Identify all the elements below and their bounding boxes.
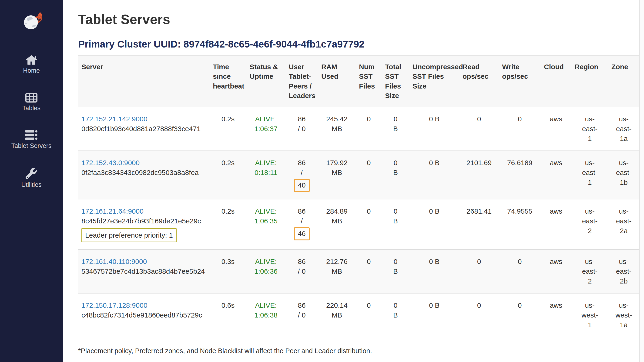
ram-used-cell: 220.14 MB: [318, 293, 356, 337]
sidebar-item-utilities[interactable]: Utilities: [21, 168, 42, 189]
num-sst-files-cell: 0: [356, 151, 382, 199]
status-uptime-cell: ALIVE: 1:06:36: [246, 250, 286, 293]
yugabyte-logo[interactable]: [18, 12, 45, 32]
status-uptime-cell: ALIVE: 1:06:35: [246, 199, 286, 250]
cluster-uuid-heading: Primary Cluster UUID: 8974f842-8c65-4e6f…: [78, 39, 639, 50]
server-cell: 172.161.40.110:9000 53467572be7c4d13b3ac…: [78, 250, 210, 293]
uncompressed-sst-size-cell: 0 B: [409, 107, 459, 151]
server-uuid: 53467572be7c4d13b3ac88d4b7ee5b24: [82, 266, 206, 276]
uncompressed-sst-size-cell: 0 B: [409, 151, 459, 199]
cloud-cell: aws: [541, 151, 572, 199]
read-ops-cell: 0: [459, 293, 499, 337]
col-header-uncompressed-sst: Uncompressed SST Files Size: [409, 56, 459, 107]
total-sst-size-cell: 0 B: [382, 199, 409, 250]
region-value: us-east-1: [581, 158, 599, 187]
server-uuid: 0f2faa3c834343c0982dc9503a8a8fea: [82, 168, 206, 177]
sidebar-item-tables[interactable]: Tables: [22, 92, 40, 112]
peers-count: 86: [289, 300, 315, 310]
tablet-servers-table: Server Time since heartbeat Status & Upt…: [78, 55, 639, 337]
sidebar-item-home[interactable]: Home: [23, 55, 40, 74]
tablet-servers-icon: [25, 130, 38, 140]
uptime-text: 1:06:36: [250, 266, 282, 276]
col-header-region: Region: [572, 56, 608, 107]
total-sst-size-cell: 0 B: [382, 250, 409, 293]
main-content: Tablet Servers Primary Cluster UUID: 897…: [63, 0, 639, 362]
vertical-scrollbar[interactable]: [639, 0, 644, 362]
num-sst-files-cell: 0: [356, 107, 382, 151]
table-row: 172.161.40.110:9000 53467572be7c4d13b3ac…: [78, 250, 639, 293]
uptime-text: 0:18:11: [250, 168, 282, 177]
tablet-peers-leaders-cell: 86 / 40: [286, 151, 318, 199]
col-header-status: Status & Uptime: [246, 56, 286, 107]
uptime-text: 1:06:38: [250, 310, 282, 320]
server-uuid: 8c45fd27e3e24b7b93f169de21e5e29c: [82, 216, 206, 226]
col-header-write-ops: Write ops/sec: [499, 56, 541, 107]
region-value: us-west-1: [581, 300, 599, 330]
tablet-peers-leaders-cell: 86 / 0: [286, 250, 318, 293]
leaders-separator: / 0: [289, 310, 315, 320]
zone-value: us-east-2b: [615, 257, 632, 286]
read-ops-cell: 2101.69: [459, 151, 499, 199]
tablet-servers-tbody: 172.152.21.142:9000 0d820cf1b93c40d881a2…: [78, 107, 639, 337]
region-value: us-east-1: [581, 114, 599, 143]
num-sst-files-cell: 0: [356, 293, 382, 337]
zone-cell: us-east-1a: [608, 107, 639, 151]
cloud-cell: aws: [541, 250, 572, 293]
uncompressed-sst-size-cell: 0 B: [409, 250, 459, 293]
leaders-separator: /: [289, 168, 315, 177]
placement-footnote: *Placement policy, Preferred zones, and …: [78, 347, 639, 355]
tablet-peers-leaders-cell: 86 / 0: [286, 107, 318, 151]
server-address-link[interactable]: 172.161.40.110:9000: [82, 257, 147, 266]
tablet-peers-leaders-cell: 86 / 0: [286, 293, 318, 337]
sidebar-item-label: Tablet Servers: [12, 142, 52, 149]
sidebar-item-label: Tables: [22, 105, 40, 112]
server-address-link[interactable]: 172.152.21.142:9000: [82, 114, 148, 124]
zone-cell: us-east-2a: [608, 199, 639, 250]
server-address-link[interactable]: 172.150.17.128:9000: [82, 300, 148, 310]
write-ops-cell: 74.9555: [499, 199, 541, 250]
cloud-cell: aws: [541, 107, 572, 151]
zone-value: us-east-1a: [615, 114, 632, 143]
leaders-highlight-wrap: 40: [289, 177, 315, 192]
table-header: Server Time since heartbeat Status & Upt…: [78, 56, 639, 107]
region-cell: us-west-1: [572, 293, 608, 337]
write-ops-cell: 0: [499, 250, 541, 293]
zone-value: us-east-1b: [615, 158, 632, 187]
ram-used-cell: 245.42 MB: [318, 107, 356, 151]
status-uptime-cell: ALIVE: 1:06:38: [246, 293, 286, 337]
heartbeat-cell: 0.3s: [210, 250, 246, 293]
write-ops-cell: 0: [499, 293, 541, 337]
sidebar-item-tablet-servers[interactable]: Tablet Servers: [12, 130, 52, 149]
status-text: ALIVE:: [250, 206, 282, 216]
total-sst-size-cell: 0 B: [382, 293, 409, 337]
read-ops-cell: 0: [459, 250, 499, 293]
num-sst-files-cell: 0: [356, 199, 382, 250]
zone-value: us-west-1a: [615, 300, 632, 330]
cloud-cell: aws: [541, 199, 572, 250]
status-text: ALIVE:: [250, 114, 282, 124]
server-address-link[interactable]: 172.152.43.0:9000: [82, 158, 140, 168]
leader-preference-badge: Leader preference priority: 1: [82, 228, 176, 242]
col-header-read-ops: Read ops/sec: [459, 56, 499, 107]
col-header-peers-leaders: User Tablet-Peers / Leaders: [286, 56, 318, 107]
total-sst-size-cell: 0 B: [382, 107, 409, 151]
status-uptime-cell: ALIVE: 1:06:37: [246, 107, 286, 151]
region-cell: us-east-2: [572, 250, 608, 293]
read-ops-cell: 0: [459, 107, 499, 151]
tablet-peers-leaders-cell: 86 / 46: [286, 199, 318, 250]
status-text: ALIVE:: [250, 257, 282, 266]
ram-used-cell: 284.89 MB: [318, 199, 356, 250]
utilities-wrench-icon: [26, 168, 37, 179]
zone-cell: us-east-2b: [608, 250, 639, 293]
write-ops-cell: 0: [499, 107, 541, 151]
peers-count: 86: [289, 158, 315, 168]
sidebar: Home Tables Tablet Servers Utilities: [0, 0, 63, 362]
cluster-load-status: Cluster Load is Balanced: [78, 361, 639, 362]
region-cell: us-east-2: [572, 199, 608, 250]
heartbeat-cell: 0.2s: [210, 107, 246, 151]
zone-cell: us-east-1b: [608, 151, 639, 199]
server-cell: 172.161.21.64:9000 8c45fd27e3e24b7b93f16…: [78, 199, 210, 250]
server-uuid: c48bc82fc7314d5e91860eed87b5729c: [82, 310, 206, 320]
server-cell: 172.150.17.128:9000 c48bc82fc7314d5e9186…: [78, 293, 210, 337]
server-address-link[interactable]: 172.161.21.64:9000: [82, 206, 144, 216]
